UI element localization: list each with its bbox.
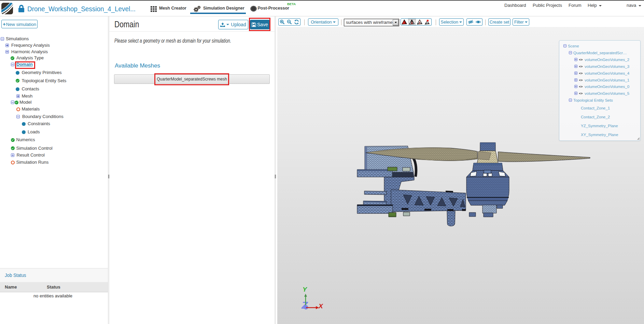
svg-text:X: X (318, 303, 323, 310)
svg-text:Y: Y (303, 286, 308, 293)
